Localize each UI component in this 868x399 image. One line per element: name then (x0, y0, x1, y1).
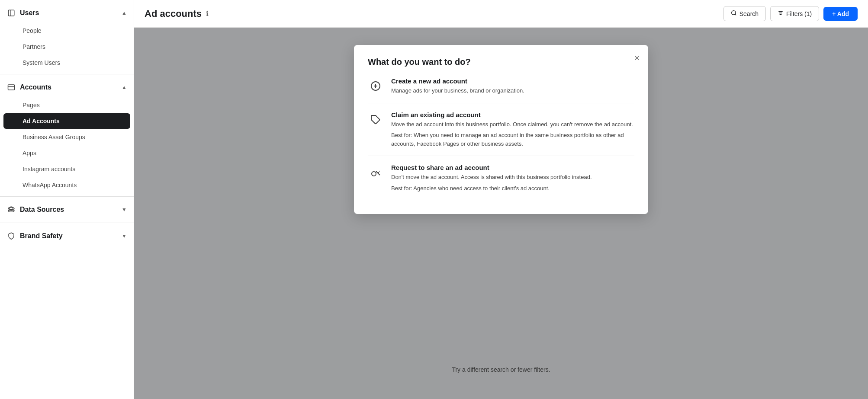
sidebar-item-system-users[interactable]: System Users (3, 55, 130, 70)
sidebar-item-business-asset-groups[interactable]: Business Asset Groups (3, 129, 130, 145)
sidebar-item-whatsapp-accounts[interactable]: WhatsApp Accounts (3, 177, 130, 193)
sidebar-item-pages[interactable]: Pages (3, 97, 130, 113)
top-bar-left: Ad accounts ℹ (145, 8, 209, 19)
sidebar-item-ad-accounts[interactable]: Ad Accounts (3, 113, 130, 129)
sidebar-accounts-items: Pages Ad Accounts Business Asset Groups … (0, 97, 134, 193)
tag-icon (368, 112, 383, 128)
sidebar-section-data-sources-label: Data Sources (20, 206, 64, 214)
brand-safety-chevron: ▼ (122, 233, 127, 239)
modal-close-button[interactable]: × (634, 54, 640, 62)
sidebar-divider-3 (0, 223, 134, 223)
sidebar-section-brand-safety[interactable]: Brand Safety ▼ (0, 227, 134, 246)
page-title: Ad accounts (145, 8, 202, 19)
brand-safety-icon (7, 232, 16, 240)
data-sources-icon (7, 205, 16, 214)
sidebar-item-people[interactable]: People (3, 23, 130, 38)
modal-option-create-new[interactable]: Create a new ad account Manage ads for y… (368, 77, 634, 103)
search-icon (731, 10, 737, 17)
users-chevron: ▲ (122, 10, 127, 16)
option-create-new-desc: Manage ads for your business, brand or o… (391, 86, 634, 95)
sidebar-item-apps[interactable]: Apps (3, 145, 130, 161)
svg-line-7 (735, 14, 736, 16)
option-request-share-title: Request to share an ad account (391, 164, 634, 171)
sidebar-section-users-label: Users (20, 9, 39, 17)
sidebar-item-instagram-accounts[interactable]: Instagram accounts (3, 161, 130, 177)
modal-title: What do you want to do? (368, 57, 634, 67)
option-create-new-title: Create a new ad account (391, 77, 634, 85)
sidebar-section-brand-safety-label: Brand Safety (20, 232, 63, 240)
sidebar-section-data-sources[interactable]: Data Sources ▼ (0, 200, 134, 219)
sidebar-item-partners[interactable]: Partners (3, 39, 130, 54)
sidebar: Users ▲ People Partners System Users Acc… (0, 0, 134, 399)
svg-rect-0 (8, 10, 14, 16)
accounts-chevron: ▲ (122, 84, 127, 90)
plus-icon (368, 78, 383, 94)
svg-rect-2 (8, 85, 15, 90)
accounts-icon (7, 83, 16, 92)
option-claim-existing-content: Claim an existing ad account Move the ad… (391, 111, 634, 148)
modal-dialog: What do you want to do? × Create a new a… (354, 45, 648, 214)
svg-point-15 (372, 172, 376, 176)
search-button[interactable]: Search (723, 6, 766, 21)
add-button[interactable]: + Add (823, 7, 858, 21)
key-icon (368, 165, 383, 180)
svg-point-6 (732, 11, 736, 15)
info-icon[interactable]: ℹ (206, 10, 209, 18)
filters-button-label: Filters (1) (786, 10, 812, 17)
data-sources-chevron: ▼ (122, 207, 127, 213)
sidebar-section-users[interactable]: Users ▲ (0, 3, 134, 22)
option-claim-existing-desc: Move the ad account into this business p… (391, 120, 634, 129)
option-claim-existing-title: Claim an existing ad account (391, 111, 634, 118)
content-area: Try a different search or fewer filters.… (134, 28, 868, 399)
main-content: Ad accounts ℹ Search (134, 0, 868, 399)
sidebar-section-accounts-label: Accounts (20, 83, 51, 91)
modal-option-request-share[interactable]: Request to share an ad account Don't mov… (368, 156, 634, 200)
top-bar: Ad accounts ℹ Search (134, 0, 868, 28)
sidebar-divider-2 (0, 196, 134, 197)
option-request-share-content: Request to share an ad account Don't mov… (391, 164, 634, 192)
modal-option-claim-existing[interactable]: Claim an existing ad account Move the ad… (368, 103, 634, 156)
sidebar-divider-1 (0, 74, 134, 74)
add-button-label: + Add (832, 10, 849, 17)
filters-button[interactable]: Filters (1) (770, 6, 819, 21)
option-request-share-best-for: Best for: Agencies who need access to th… (391, 184, 634, 193)
option-request-share-desc: Don't move the ad account. Access is sha… (391, 173, 634, 182)
top-bar-right: Search Filters (1) + Add (723, 6, 858, 21)
search-button-label: Search (739, 10, 759, 17)
sidebar-users-items: People Partners System Users (0, 23, 134, 70)
modal-overlay[interactable]: What do you want to do? × Create a new a… (134, 28, 868, 399)
option-claim-existing-best-for: Best for: When you need to manage an ad … (391, 131, 634, 148)
sidebar-section-accounts[interactable]: Accounts ▲ (0, 78, 134, 97)
users-icon (7, 9, 16, 17)
filters-icon (778, 10, 784, 17)
option-create-new-content: Create a new ad account Manage ads for y… (391, 77, 634, 95)
